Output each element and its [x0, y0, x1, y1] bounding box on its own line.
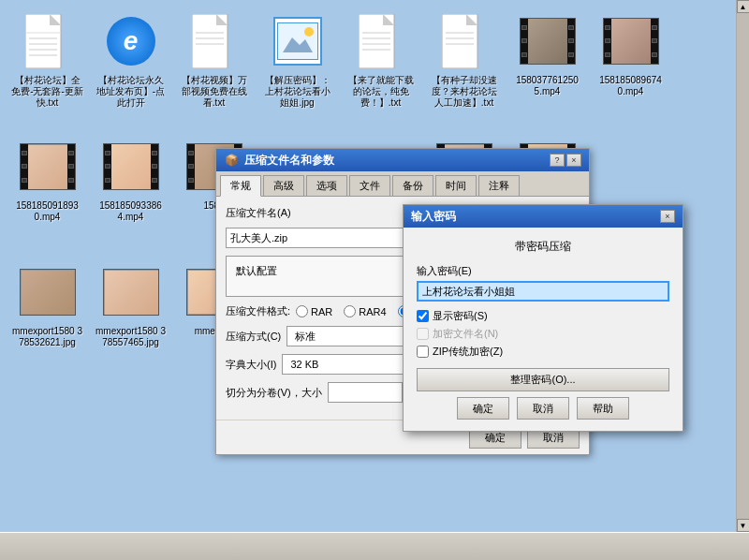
video-icon-10: [18, 137, 78, 197]
password-dialog-titlebar[interactable]: 输入密码 ×: [404, 205, 683, 228]
format-rar4-radio[interactable]: [344, 305, 356, 317]
compress-dialog-title: 压缩文件名和参数: [244, 153, 334, 169]
svg-point-15: [304, 27, 314, 37]
file-label-10: 158185091893 0.mp4: [11, 200, 83, 223]
tab-normal[interactable]: 常规: [220, 175, 261, 197]
scroll-track[interactable]: [737, 13, 750, 519]
doc-icon-3: [184, 11, 244, 71]
video-icon-8: [601, 11, 661, 71]
zip-encrypt-row: ZIP传统加密(Z): [417, 345, 669, 359]
taskbar: [0, 532, 749, 560]
manage-passwords-btn[interactable]: 整理密码(O)...: [417, 368, 669, 391]
doc-icon-5: [351, 11, 411, 71]
file-label-3: 【村花视频】万部视频免费在线看.txt: [178, 75, 250, 109]
zip-encrypt-label: ZIP传统加密(Z): [433, 345, 503, 359]
show-password-checkbox[interactable]: [417, 310, 429, 322]
password-action-buttons: 确定 取消 帮助: [417, 397, 669, 420]
file-label-2: 【村花论坛永久地址发布页】-点此打开: [95, 75, 167, 109]
tab-backup[interactable]: 备份: [392, 175, 433, 196]
file-label-6: 【有种子却没速度？来村花论坛人工加速】.txt: [428, 75, 500, 109]
default-config-label: 默认配置: [236, 264, 277, 278]
file-item-4[interactable]: 【解压密码】：上村花论坛看小姐姐.jpg: [257, 7, 337, 129]
format-rar4[interactable]: RAR4: [344, 305, 386, 317]
format-rar4-label: RAR4: [359, 306, 386, 317]
file-label-1: 【村花论坛】全免费-无套路-更新快.txt: [11, 75, 83, 109]
password-section-title: 带密码压缩: [417, 239, 669, 255]
password-dialog: 输入密码 × 带密码压缩 输入密码(E) 显示密码(S) 加密文件名(N) ZI…: [403, 204, 683, 432]
password-close-btn[interactable]: ×: [660, 210, 675, 223]
file-item-7[interactable]: 158037761250 5.mp4: [507, 7, 587, 129]
video-icon-7: [518, 11, 578, 71]
file-item-10[interactable]: 158185091893 0.mp4: [7, 133, 87, 255]
split-input[interactable]: [328, 382, 403, 403]
file-item-19[interactable]: mmexport1580 378532621.jpg: [7, 258, 87, 380]
show-password-label: 显示密码(S): [433, 309, 488, 323]
password-input[interactable]: [417, 281, 669, 302]
file-label-8: 158185089674 0.mp4: [595, 75, 667, 97]
scroll-down-btn[interactable]: ▼: [737, 519, 750, 532]
doc-icon-1: [18, 11, 78, 71]
file-item-1[interactable]: 【村花论坛】全免费-无套路-更新快.txt: [7, 7, 87, 129]
compress-dialog-tabs: 常规 高级 选项 文件 备份 时间 注释: [216, 171, 589, 197]
format-rar-radio[interactable]: [296, 305, 308, 317]
compress-close-btn[interactable]: ×: [566, 154, 581, 167]
compress-dialog-controls[interactable]: ? ×: [550, 154, 581, 167]
encrypt-filename-label: 加密文件名(N): [433, 327, 498, 341]
file-item-20[interactable]: mmexport1580 378557465.jpg: [91, 258, 170, 380]
scrollbar[interactable]: ▲ ▼: [736, 0, 749, 532]
format-rar[interactable]: RAR: [296, 305, 332, 317]
password-ok-btn[interactable]: 确定: [457, 397, 509, 420]
zip-encrypt-checkbox[interactable]: [417, 346, 429, 358]
tab-files[interactable]: 文件: [349, 175, 390, 196]
img-icon-19: [18, 262, 78, 322]
tab-advanced[interactable]: 高级: [263, 175, 304, 196]
dict-label: 字典大小(I): [226, 358, 276, 372]
show-password-row: 显示密码(S): [417, 309, 669, 323]
password-dialog-content: 带密码压缩 输入密码(E) 显示密码(S) 加密文件名(N) ZIP传统加密(Z…: [404, 228, 683, 431]
format-label: 压缩文件格式:: [226, 304, 290, 318]
file-label-11: 158185093386 4.mp4: [95, 200, 167, 223]
password-input-label: 输入密码(E): [417, 264, 669, 278]
ie-icon: e: [101, 11, 161, 71]
method-label: 压缩方式(C): [226, 330, 281, 344]
tab-comment[interactable]: 注释: [478, 175, 520, 196]
file-label-19: mmexport1580 378532621.jpg: [11, 326, 83, 348]
svg-rect-13: [277, 22, 318, 60]
split-label: 切分为分卷(V)，大小: [226, 386, 322, 400]
filename-label: 压缩文件名(A): [226, 206, 291, 220]
file-label-5: 【来了就能下载的论坛，纯免费！】.txt: [345, 75, 417, 109]
scroll-up-btn[interactable]: ▲: [737, 0, 750, 13]
tab-options[interactable]: 选项: [306, 175, 347, 196]
password-cancel-btn[interactable]: 取消: [517, 397, 569, 420]
file-label-4: 【解压密码】：上村花论坛看小姐姐.jpg: [261, 75, 333, 109]
password-dialog-title: 输入密码: [411, 209, 456, 225]
password-footer: 整理密码(O)... 确定 取消 帮助: [417, 368, 669, 420]
file-item-6[interactable]: 【有种子却没速度？来村花论坛人工加速】.txt: [424, 7, 504, 129]
file-label-7: 158037761250 5.mp4: [511, 75, 583, 97]
compress-dialog-titlebar[interactable]: 📦 压缩文件名和参数 ? ×: [216, 149, 589, 171]
image-icon: [268, 11, 328, 71]
file-item-3[interactable]: 【村花视频】万部视频免费在线看.txt: [174, 7, 254, 129]
password-dialog-controls[interactable]: ×: [660, 210, 675, 223]
compress-dialog-icon: 📦: [224, 153, 239, 168]
format-rar-label: RAR: [311, 306, 332, 317]
file-item-8[interactable]: 158185089674 0.mp4: [591, 7, 670, 129]
encrypt-filename-row: 加密文件名(N): [417, 327, 669, 341]
video-icon-11: [101, 137, 161, 197]
file-label-20: mmexport1580 378557465.jpg: [95, 326, 167, 348]
file-item-2[interactable]: e 【村花论坛永久地址发布页】-点此打开: [91, 7, 170, 129]
password-help-btn[interactable]: 帮助: [577, 397, 629, 420]
tab-time[interactable]: 时间: [435, 175, 477, 196]
compress-help-btn[interactable]: ?: [550, 154, 565, 167]
file-item-5[interactable]: 【来了就能下载的论坛，纯免费！】.txt: [341, 7, 420, 129]
img-icon-20: [101, 262, 161, 322]
file-item-11[interactable]: 158185093386 4.mp4: [91, 133, 170, 255]
doc-icon-6: [434, 11, 494, 71]
encrypt-filename-checkbox[interactable]: [417, 328, 429, 340]
